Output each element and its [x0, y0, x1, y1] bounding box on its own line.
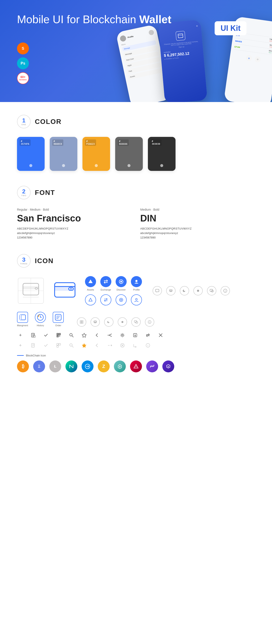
order-icon: [53, 312, 64, 323]
ltc-icon: Ł: [49, 360, 61, 372]
check-outline-icon: [42, 342, 49, 349]
font-number-text: TWO: [21, 194, 26, 196]
font-grid: Regular · Medium · Bold San Francisco AB…: [17, 208, 255, 239]
svg-point-17: [135, 280, 138, 282]
icon-order: Order: [53, 312, 64, 327]
star-active-icon: [81, 342, 88, 349]
font-sf-styles: Regular · Medium · Bold: [17, 208, 132, 211]
chat-icon: [152, 286, 162, 296]
hero-section: Mobile UI for Blockchain Wallet UI Kit S…: [0, 0, 272, 102]
hero-tools: S Ps 60+ Screens: [17, 42, 29, 84]
search-outline-icon: [68, 342, 75, 349]
info-outline-icon: i: [144, 342, 151, 349]
svg-rect-58: [60, 336, 60, 336]
svg-rect-38: [80, 320, 82, 322]
sketch-icon: S: [17, 42, 29, 54]
upload-icon: [132, 332, 138, 338]
management-icon: [17, 312, 28, 323]
svg-text:+: +: [34, 336, 35, 338]
color-number-big: 1: [22, 118, 26, 124]
star-icon: [81, 332, 88, 338]
font-section: 2 TWO FONT Regular · Medium · Bold San F…: [17, 186, 255, 239]
forward-outline-icon: [132, 342, 138, 349]
svg-rect-41: [82, 322, 83, 324]
svg-rect-39: [82, 320, 83, 322]
iota-icon: [114, 360, 126, 372]
svg-line-63: [72, 336, 73, 337]
svg-point-33: [38, 316, 39, 317]
qr-outline-icon: [55, 342, 62, 349]
chevron-outline-icon: [94, 342, 100, 349]
blockchain-coins-row: ₿ Ξ Ł Z: [17, 360, 255, 372]
qr-icon: [55, 332, 62, 338]
photoshop-icon: Ps: [17, 58, 29, 69]
info2-gray-icon: i: [145, 317, 154, 327]
svg-rect-0: [178, 34, 183, 38]
color-swatch-dark: #303030: [148, 137, 176, 171]
history-label: History: [37, 324, 44, 327]
svg-text:i: i: [150, 321, 150, 323]
font-section-number: 2 TWO: [17, 186, 30, 199]
svg-rect-40: [80, 322, 82, 324]
chat2-gray-icon: [131, 317, 141, 327]
color-swatch-orange: #F5A623: [82, 137, 110, 171]
main-content: 1 ONE COLOR #3574FA #8DA0C8 #F5A623 #666…: [0, 102, 272, 400]
doc-outline-icon: [30, 342, 36, 349]
svg-rect-54: [59, 334, 60, 334]
color-title: COLOR: [35, 118, 62, 126]
color-swatch-blue: #3574FA: [17, 137, 44, 171]
font-din-numbers: 1234567890: [140, 236, 255, 239]
svg-marker-14: [88, 280, 93, 283]
icon-title: ICON: [35, 257, 54, 265]
icon-history: History: [35, 312, 46, 327]
hero-title: Mobile UI for Blockchain Wallet: [17, 13, 171, 26]
svg-point-24: [197, 290, 199, 292]
svg-rect-56: [57, 336, 58, 337]
icon-section: 3 THREE ICON: [17, 254, 255, 372]
svg-rect-60: [60, 336, 60, 337]
bottom-icon-row: Mangment History: [17, 312, 255, 349]
icon-section-number: 3 THREE: [17, 254, 30, 268]
utility-icons-outline-row: +: [17, 342, 255, 349]
font-din: Medium · Bold DIN ABCDEFGHIJKLMNOPQRSTUV…: [140, 208, 255, 239]
btc-icon: ₿: [17, 360, 29, 372]
svg-rect-11: [54, 286, 75, 287]
eth-icon: Ξ: [33, 360, 45, 372]
wallet-icon-filled: [51, 277, 78, 304]
close-icon: [157, 332, 164, 338]
misc-icons-top: i: [152, 286, 230, 296]
svg-marker-18: [89, 298, 92, 301]
history-icon: [35, 312, 46, 323]
nav-icons-row-top: Assets Exchange: [85, 276, 142, 291]
svg-rect-59: [59, 336, 59, 337]
color-number-text: ONE: [22, 124, 26, 126]
moon-icon: [180, 286, 189, 296]
font-sf-uppercase: ABCDEFGHIJKLMNOPQRSTUVWXYZ: [17, 227, 132, 230]
discover-icon-outline: [116, 294, 127, 306]
x-outline-icon: [119, 342, 126, 349]
profile-label: Profile: [133, 288, 140, 291]
info-icon: i: [220, 286, 230, 296]
matic-icon: [162, 360, 174, 372]
font-sf: Regular · Medium · Bold San Francisco AB…: [17, 208, 132, 239]
svg-rect-31: [20, 315, 21, 320]
misc-icons: i: [152, 286, 230, 296]
grid-gray-icon: [77, 317, 86, 327]
svg-rect-71: [59, 344, 60, 345]
svg-point-16: [120, 281, 122, 282]
font-din-uppercase: ABCDEFGHIJKLMNOPQRSTUVWXYZ: [140, 227, 255, 230]
svg-rect-1: [178, 35, 183, 36]
zcash-icon: Z: [98, 360, 110, 372]
exchange-icon-outline: [100, 294, 111, 306]
font-title: FONT: [35, 189, 55, 196]
svg-rect-72: [57, 346, 58, 347]
svg-rect-57: [59, 336, 59, 336]
icon-profile: Profile: [131, 276, 142, 291]
dash-icon: [82, 360, 94, 372]
svg-point-65: [122, 334, 123, 336]
icon-section-header: 3 THREE ICON: [17, 254, 255, 268]
screens-badge: 60+ Screens: [17, 72, 29, 84]
svg-text:i: i: [148, 344, 148, 347]
svg-point-62: [70, 334, 72, 336]
icon-row-1: Assets Exchange: [17, 276, 255, 306]
